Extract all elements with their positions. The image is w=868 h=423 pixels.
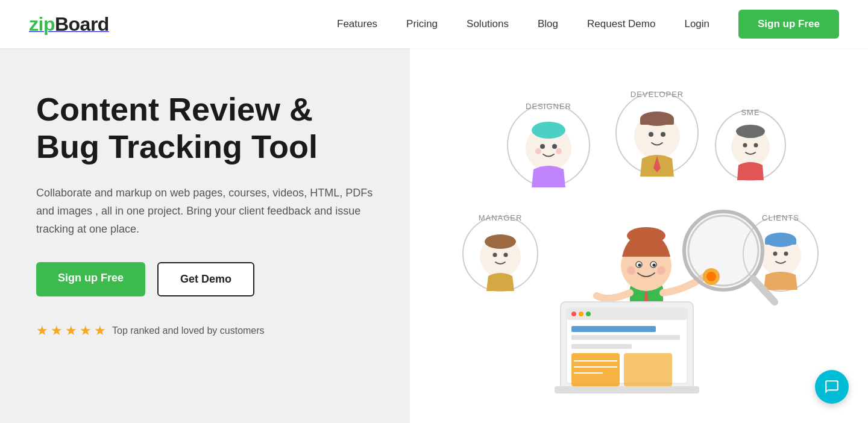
- svg-point-41: [627, 227, 665, 244]
- svg-point-3: [532, 122, 565, 139]
- nav-login[interactable]: Login: [684, 18, 709, 30]
- svg-point-18: [736, 125, 765, 138]
- svg-point-20: [754, 143, 758, 148]
- svg-point-6: [535, 148, 541, 154]
- star-4: ★: [80, 323, 92, 339]
- chat-icon: [824, 379, 840, 395]
- svg-text:CLIENTS: CLIENTS: [762, 213, 799, 222]
- nav-solutions[interactable]: Solutions: [467, 18, 509, 30]
- svg-rect-12: [640, 119, 674, 125]
- chat-support-button[interactable]: [815, 370, 849, 404]
- logo[interactable]: zipBoard: [29, 13, 109, 36]
- hero-buttons: Sign up Free Get Demo: [36, 262, 374, 296]
- svg-point-32: [773, 252, 778, 256]
- svg-point-33: [784, 252, 788, 256]
- svg-point-24: [485, 234, 516, 249]
- svg-point-19: [743, 143, 747, 148]
- hero-title: Content Review & Bug Tracking Tool: [36, 90, 374, 165]
- hero-rating: ★ ★ ★ ★ ★ Top ranked and loved by custom…: [36, 323, 374, 339]
- rating-text: Top ranked and loved by customers: [112, 325, 265, 336]
- svg-rect-61: [571, 353, 620, 386]
- svg-rect-58: [571, 326, 656, 332]
- star-2: ★: [51, 323, 63, 339]
- nav-request-demo[interactable]: Request Demo: [587, 18, 655, 30]
- svg-point-44: [638, 264, 641, 267]
- star-3: ★: [65, 323, 77, 339]
- hero-signup-button[interactable]: Sign up Free: [36, 262, 145, 296]
- nav-features[interactable]: Features: [337, 18, 377, 30]
- svg-rect-60: [571, 344, 632, 349]
- hero-section: Content Review & Bug Tracking Tool Colla…: [0, 48, 868, 423]
- nav-signup-button[interactable]: Sign up Free: [738, 10, 839, 39]
- svg-point-49: [688, 216, 758, 286]
- star-5: ★: [94, 323, 106, 339]
- svg-rect-59: [571, 335, 680, 340]
- hero-illustration: DESIGNER DEVELOPER: [428, 67, 850, 404]
- svg-text:MANAGER: MANAGER: [479, 213, 523, 222]
- hero-demo-button[interactable]: Get Demo: [157, 262, 254, 296]
- star-1: ★: [36, 323, 48, 339]
- svg-point-5: [552, 144, 557, 149]
- hero-right: DESIGNER DEVELOPER: [410, 48, 868, 423]
- svg-point-13: [649, 132, 653, 137]
- svg-point-56: [579, 312, 583, 316]
- nav: Features Pricing Solutions Blog Request …: [337, 10, 839, 39]
- svg-text:DESIGNER: DESIGNER: [526, 102, 571, 111]
- svg-rect-52: [555, 386, 699, 393]
- svg-rect-62: [624, 353, 672, 386]
- hero-left: Content Review & Bug Tracking Tool Colla…: [0, 48, 410, 423]
- svg-point-55: [571, 312, 576, 316]
- svg-text:SME: SME: [741, 108, 760, 117]
- logo-zip: zip: [29, 13, 55, 35]
- svg-point-67: [706, 272, 716, 281]
- hero-description: Collaborate and markup on web pages, cou…: [36, 184, 374, 238]
- svg-rect-31: [765, 240, 796, 245]
- svg-point-25: [493, 253, 497, 257]
- logo-board: Board: [55, 13, 109, 35]
- svg-point-7: [556, 148, 562, 154]
- svg-point-4: [540, 144, 545, 149]
- svg-point-45: [653, 264, 656, 267]
- svg-point-26: [504, 253, 508, 257]
- svg-rect-54: [567, 308, 687, 320]
- nav-blog[interactable]: Blog: [538, 18, 558, 30]
- svg-point-14: [661, 132, 665, 137]
- svg-point-47: [657, 266, 665, 275]
- svg-point-46: [627, 266, 635, 275]
- svg-text:DEVELOPER: DEVELOPER: [631, 90, 684, 99]
- svg-point-57: [586, 312, 591, 316]
- nav-pricing[interactable]: Pricing: [406, 18, 438, 30]
- star-rating: ★ ★ ★ ★ ★: [36, 323, 106, 339]
- header: zipBoard Features Pricing Solutions Blog…: [0, 0, 868, 48]
